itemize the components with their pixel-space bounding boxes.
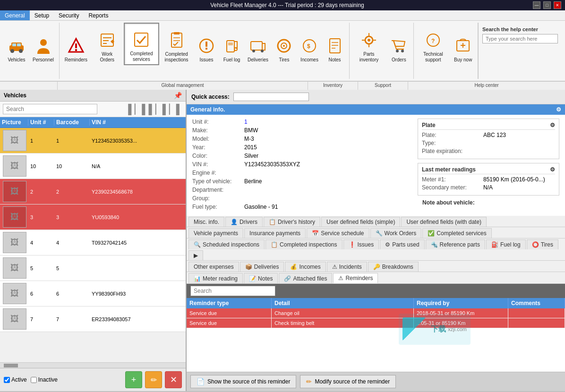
inactive-checkbox-label[interactable]: Inactive <box>31 376 58 383</box>
vehicle-row[interactable]: 🖼 10 10 N/A <box>0 153 186 179</box>
vehicle-row[interactable]: 🖼 7 7 ER23394083057 <box>0 307 186 332</box>
vehicle-row[interactable]: 🖼 2 2 Y2390234568678 <box>0 179 186 205</box>
tab-more[interactable]: ▶ <box>188 250 203 260</box>
service-schedule-icon: 📅 <box>312 230 319 237</box>
tab-reminders[interactable]: ⚠Reminders <box>333 273 378 283</box>
vehicle-row[interactable]: 🖼 3 3 YU0593840 <box>0 205 186 230</box>
tab-breakdowns[interactable]: 🔑Breakdowns <box>368 262 419 272</box>
reminders-table-header: Reminder type Detail Required by Comment… <box>187 298 565 308</box>
tab-tires[interactable]: ⭕Tires <box>527 239 558 249</box>
edit-vehicle-button[interactable]: ✏ <box>145 371 162 388</box>
vehicle-barcode-cell: 4 <box>54 239 90 247</box>
toolbar-parts-inventory[interactable]: Parts inventory <box>351 23 386 65</box>
fuel-value: Gasoline - 91 <box>244 204 278 210</box>
show-source-button[interactable]: 📄 Show the source of this reminder <box>190 375 296 388</box>
tab-scheduled-inspections[interactable]: 🔍Scheduled inspections <box>188 239 265 249</box>
toolbar-issues[interactable]: Issues <box>194 23 219 65</box>
minimize-button[interactable]: — <box>533 1 540 9</box>
toolbar-personnel-label: Personnel <box>33 57 54 63</box>
tab-deliveries[interactable]: 📦Deliveries <box>240 262 284 272</box>
toolbar-deliveries[interactable]: Deliveries <box>244 23 271 65</box>
tab-incidents-label: Incidents <box>339 264 362 270</box>
orders-icon <box>389 36 408 55</box>
menu-general[interactable]: General <box>0 10 30 20</box>
window-controls[interactable]: — □ ✕ <box>533 1 561 9</box>
unit-value: 1 <box>244 119 248 125</box>
tab-completed-inspections[interactable]: 📋Completed inspections <box>265 239 342 249</box>
toolbar-completed-inspections[interactable]: Completed inspections <box>159 23 194 65</box>
active-checkbox[interactable] <box>4 377 10 383</box>
menu-reports[interactable]: Reports <box>84 10 113 20</box>
year-value: 2015 <box>244 144 257 151</box>
reminder-detail-cell: Change oil <box>272 308 414 318</box>
tab-misc[interactable]: Misc. info. <box>188 217 224 227</box>
reminder-row[interactable]: Service due Change oil 2018-05-31 or 851… <box>187 308 565 318</box>
svg-point-2 <box>10 49 14 53</box>
section-label-inventory: Inventory <box>308 82 358 90</box>
vehicle-vin-cell: Y2390234568678 <box>90 188 186 196</box>
toolbar-notes[interactable]: Notes <box>322 23 348 65</box>
toolbar-tires[interactable]: Tires <box>272 23 297 65</box>
toolbar-vehicles[interactable]: Vehicles <box>4 23 29 65</box>
tab-notes[interactable]: 📝Notes <box>244 273 278 283</box>
toolbar-buy-now[interactable]: Buy now <box>450 23 476 65</box>
menu-security[interactable]: Security <box>54 10 84 20</box>
tab-drivers-history[interactable]: 📋Driver's history <box>264 217 320 227</box>
tab-fuel-log[interactable]: ⛽Fuel log <box>486 239 526 249</box>
vehicle-scrollbar[interactable] <box>0 362 186 368</box>
tab-issues[interactable]: ❗Issues <box>343 239 379 249</box>
tab-other-expenses[interactable]: Other expenses <box>188 262 239 272</box>
vehicle-search-input[interactable] <box>3 104 97 114</box>
vehicle-row[interactable]: 🖼 5 5 <box>0 256 186 281</box>
vin-value: Y1234523035353XYZ <box>244 161 300 168</box>
svg-text:$: $ <box>307 43 310 50</box>
modify-source-button[interactable]: ✏ Modify source of the reminder <box>300 375 396 388</box>
delete-vehicle-button[interactable]: ✕ <box>165 371 182 388</box>
help-search-input[interactable] <box>482 34 558 43</box>
tab-service-schedule-label: Service schedule <box>321 230 364 237</box>
close-button[interactable]: ✕ <box>554 1 561 9</box>
tab-reference-parts[interactable]: 🔩Reference parts <box>426 239 485 249</box>
info-fuel-row: Fuel type: Gasoline - 91 <box>192 204 412 210</box>
tab-vehicle-payments[interactable]: Vehicle payments <box>188 228 243 238</box>
reminder-row[interactable]: Service due Check timing belt ...05-31 o… <box>187 318 565 328</box>
tab-user-fields-simple[interactable]: User defined fields (simple) <box>321 217 400 227</box>
tab-incomes[interactable]: 💰Incomes <box>285 262 325 272</box>
toolbar-parts-inventory-label: Parts inventory <box>355 51 383 63</box>
quick-access-select[interactable] <box>233 93 309 101</box>
plate-type-label: Type: <box>422 140 483 146</box>
tab-drivers[interactable]: 👤Drivers <box>225 217 263 227</box>
toolbar-personnel[interactable]: Personnel <box>29 23 57 65</box>
toolbar-reminders[interactable]: Reminders <box>61 23 91 65</box>
toolbar-technical-support[interactable]: ? Technical support <box>416 23 450 65</box>
maximize-button[interactable]: □ <box>543 1 551 9</box>
tab-incidents[interactable]: ⚠Incidents <box>327 262 367 272</box>
tab-work-orders[interactable]: 🔧Work Orders <box>370 228 422 238</box>
general-info-title: General info. <box>190 106 225 113</box>
menu-setup[interactable]: Setup <box>30 10 54 20</box>
active-checkbox-label[interactable]: Active <box>4 376 27 383</box>
inactive-checkbox[interactable] <box>31 377 37 383</box>
tab-parts-used[interactable]: ⚙Parts used <box>380 239 424 249</box>
tab-attached-files[interactable]: 🔗Attached files <box>279 273 332 283</box>
toolbar-fuel-log[interactable]: Fuel log <box>219 23 245 65</box>
tab-insurance[interactable]: Insurance payments <box>244 228 306 238</box>
tab-user-fields-date[interactable]: User defined fields (with date) <box>401 217 487 227</box>
toolbar-work-orders[interactable]: Work Orders <box>91 23 124 65</box>
tab-meter-reading[interactable]: 📊Meter reading <box>188 273 243 283</box>
add-vehicle-button[interactable]: + <box>125 371 142 388</box>
tab-completed-services[interactable]: ✅Completed services <box>422 228 491 238</box>
toolbar-orders[interactable]: Orders <box>386 23 412 65</box>
pin-icon[interactable]: 📌 <box>174 92 182 99</box>
vehicle-row[interactable]: 🖼 6 6 YY98390FH93 <box>0 281 186 307</box>
scheduled-inspections-icon: 🔍 <box>194 241 201 248</box>
reminder-required-by-cell: ...05-31 or 85190 Km <box>414 318 508 328</box>
vehicle-row[interactable]: 🖼 4 4 T09327042145 <box>0 230 186 256</box>
plate-box: Plate ⚙ Plate: ABC 123 Type: Plate ex <box>418 119 559 159</box>
vehicle-row[interactable]: 🖼 1 1 Y1234523035353... <box>0 128 186 153</box>
reminders-search-input[interactable] <box>190 286 275 296</box>
toolbar-incomes[interactable]: $ Incomes <box>297 23 322 65</box>
tab-service-schedule[interactable]: 📅Service schedule <box>307 228 369 238</box>
toolbar-completed-services[interactable]: Completed services <box>124 23 159 65</box>
menu-bar: General Setup Security Reports <box>0 10 565 21</box>
